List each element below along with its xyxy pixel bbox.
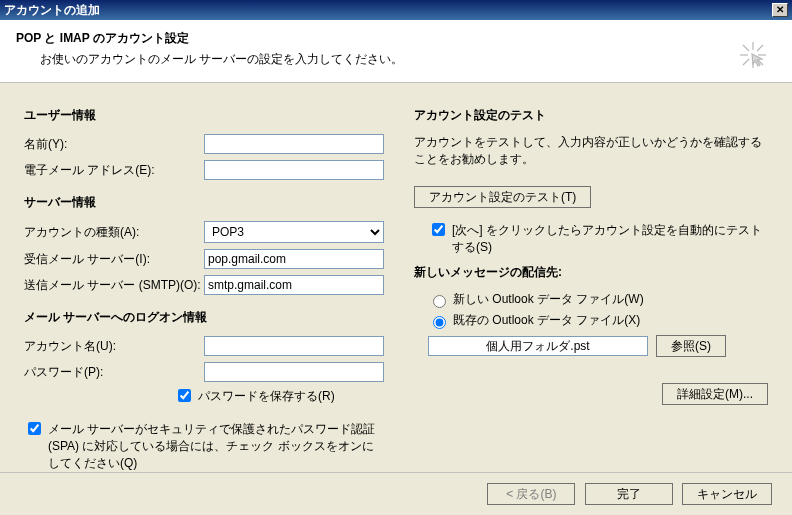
svg-line-7: [743, 59, 749, 65]
autotest-label: [次へ] をクリックしたらアカウント設定を自動的にテストする(S): [452, 222, 768, 256]
data-file-path-input[interactable]: [428, 336, 648, 356]
browse-button[interactable]: 参照(S): [656, 335, 726, 357]
server-info-heading: サーバー情報: [24, 194, 384, 211]
email-input[interactable]: [204, 160, 384, 180]
cursor-icon: [738, 40, 768, 77]
svg-line-4: [743, 45, 749, 51]
back-button[interactable]: < 戻る(B): [487, 483, 575, 505]
footer: < 戻る(B) 完了 キャンセル: [0, 472, 792, 515]
user-info-heading: ユーザー情報: [24, 107, 384, 124]
name-input[interactable]: [204, 134, 384, 154]
logon-heading: メール サーバーへのログオン情報: [24, 309, 384, 326]
remember-password-checkbox[interactable]: [178, 389, 191, 402]
cancel-button[interactable]: キャンセル: [682, 483, 772, 505]
existing-data-file-radio[interactable]: [433, 316, 446, 329]
test-account-button[interactable]: アカウント設定のテスト(T): [414, 186, 591, 208]
spa-label: メール サーバーがセキュリティで保護されたパスワード認証 (SPA) に対応して…: [48, 421, 384, 472]
remember-password-label: パスワードを保存する(R): [198, 388, 384, 405]
password-label: パスワード(P):: [24, 364, 204, 381]
svg-line-6: [757, 45, 763, 51]
outgoing-server-input[interactable]: [204, 275, 384, 295]
right-column: アカウント設定のテスト アカウントをテストして、入力内容が正しいかどうかを確認す…: [414, 103, 768, 476]
advanced-settings-button[interactable]: 詳細設定(M)...: [662, 383, 768, 405]
new-data-file-radio[interactable]: [433, 295, 446, 308]
incoming-server-input[interactable]: [204, 249, 384, 269]
existing-data-file-label: 既存の Outlook データ ファイル(X): [453, 312, 640, 329]
password-input[interactable]: [204, 362, 384, 382]
test-heading: アカウント設定のテスト: [414, 107, 768, 124]
left-column: ユーザー情報 名前(Y): 電子メール アドレス(E): サーバー情報 アカウン…: [24, 103, 384, 476]
spa-checkbox[interactable]: [28, 422, 41, 435]
title-bar: アカウントの追加 ✕: [0, 0, 792, 20]
name-label: 名前(Y):: [24, 136, 204, 153]
header-panel: POP と IMAP のアカウント設定 お使いのアカウントのメール サーバーの設…: [0, 20, 792, 83]
finish-button[interactable]: 完了: [585, 483, 673, 505]
header-subtitle: お使いのアカウントのメール サーバーの設定を入力してください。: [40, 51, 776, 68]
account-name-label: アカウント名(U):: [24, 338, 204, 355]
header-title: POP と IMAP のアカウント設定: [16, 30, 776, 47]
email-label: 電子メール アドレス(E):: [24, 162, 204, 179]
account-type-label: アカウントの種類(A):: [24, 224, 204, 241]
account-type-select[interactable]: POP3: [204, 221, 384, 243]
autotest-checkbox[interactable]: [432, 223, 445, 236]
delivery-heading: 新しいメッセージの配信先:: [414, 264, 768, 281]
new-data-file-label: 新しい Outlook データ ファイル(W): [453, 291, 644, 308]
incoming-server-label: 受信メール サーバー(I):: [24, 251, 204, 268]
outgoing-server-label: 送信メール サーバー (SMTP)(O):: [24, 277, 204, 294]
window-title: アカウントの追加: [4, 0, 100, 20]
close-button[interactable]: ✕: [772, 3, 788, 17]
account-name-input[interactable]: [204, 336, 384, 356]
test-description: アカウントをテストして、入力内容が正しいかどうかを確認することをお勧めします。: [414, 134, 768, 168]
